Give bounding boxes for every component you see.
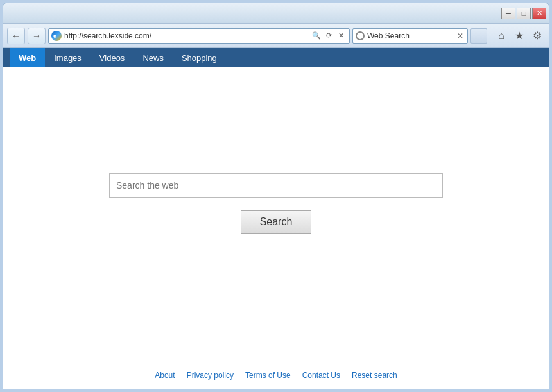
main-content: Search	[3, 67, 549, 364]
search-tab: Web Search ✕	[352, 28, 468, 44]
close-button[interactable]: ✕	[532, 8, 546, 19]
tab-images[interactable]: Images	[45, 48, 91, 67]
tab-web[interactable]: Web	[10, 48, 45, 67]
favorites-icon[interactable]: ★	[512, 28, 527, 44]
title-bar: ─ □ ✕	[3, 3, 549, 24]
maximize-button[interactable]: □	[517, 8, 531, 19]
search-tab-close[interactable]: ✕	[456, 31, 465, 40]
address-bar: 🔍 ⟳ ✕	[48, 28, 350, 44]
address-input[interactable]	[64, 31, 308, 40]
search-tab-label: Web Search	[367, 31, 453, 40]
address-refresh-icon[interactable]: ⟳	[323, 30, 334, 42]
footer-reset[interactable]: Reset search	[352, 371, 397, 380]
new-tab-placeholder[interactable]	[470, 28, 487, 44]
search-input[interactable]	[116, 180, 436, 191]
footer: About Privacy policy Terms of Use Contac…	[3, 364, 549, 389]
footer-contact[interactable]: Contact Us	[302, 371, 340, 380]
address-bar-buttons: 🔍 ⟳ ✕	[311, 30, 347, 42]
address-close-icon[interactable]: ✕	[335, 30, 347, 42]
home-icon[interactable]: ⌂	[494, 28, 509, 44]
search-button[interactable]: Search	[241, 210, 311, 234]
forward-button[interactable]: →	[28, 28, 46, 44]
tab-videos[interactable]: Videos	[91, 48, 134, 67]
search-input-wrapper	[109, 173, 443, 198]
ie-icon	[51, 31, 62, 41]
tab-shopping[interactable]: Shopping	[173, 48, 226, 67]
footer-privacy[interactable]: Privacy policy	[187, 371, 234, 380]
address-search-icon[interactable]: 🔍	[311, 30, 322, 42]
minimize-button[interactable]: ─	[501, 8, 515, 19]
nav-tabs: Web Images Videos News Shopping	[3, 48, 549, 67]
window-controls: ─ □ ✕	[501, 8, 546, 19]
toolbar-icons: ⌂ ★ ⚙	[494, 28, 545, 44]
footer-terms[interactable]: Terms of Use	[245, 371, 291, 380]
toolbar: ← → 🔍 ⟳ ✕ Web Search ✕ ⌂ ★ ⚙	[3, 24, 549, 48]
browser-window: ─ □ ✕ ← → 🔍 ⟳ ✕ Web Search ✕ ⌂ ★ ⚙	[3, 3, 549, 389]
footer-links: About Privacy policy Terms of Use Contac…	[3, 371, 549, 380]
back-button[interactable]: ←	[7, 28, 25, 44]
tab-news[interactable]: News	[134, 48, 173, 67]
search-tab-icon	[356, 31, 365, 40]
footer-about[interactable]: About	[155, 371, 175, 380]
settings-icon[interactable]: ⚙	[530, 28, 545, 44]
search-area: Search	[109, 173, 443, 234]
